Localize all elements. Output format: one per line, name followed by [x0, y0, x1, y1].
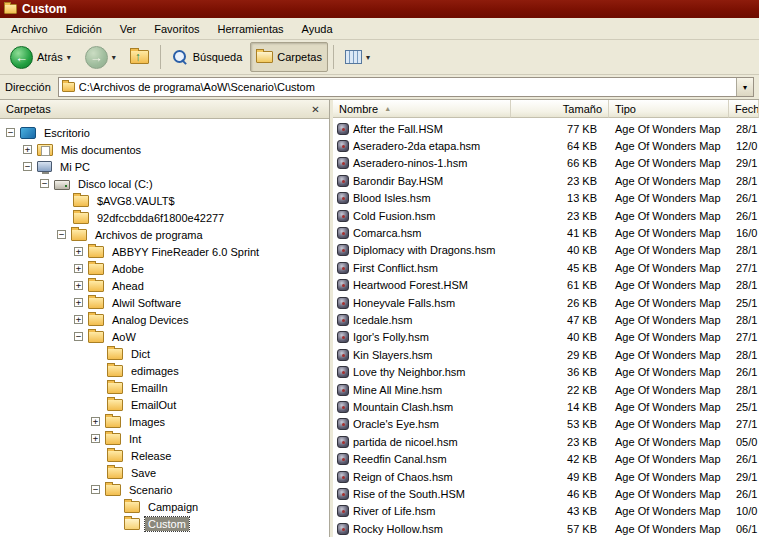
back-dropdown-icon[interactable]: ▾ [67, 53, 71, 62]
aow-map-file-icon [337, 210, 349, 222]
collapse-icon[interactable]: − [74, 332, 83, 341]
tree-item-escritorio[interactable]: −Escritorio [0, 124, 329, 141]
file-row-aseradero-2da-etapa-hsm[interactable]: Aseradero-2da etapa.hsm64 KBAge Of Wonde… [333, 137, 759, 154]
file-type: Age Of Wonders Map [609, 123, 729, 135]
drive-icon [54, 180, 70, 190]
file-row-after-the-fall-hsm[interactable]: After the Fall.HSM77 KBAge Of Wonders Ma… [333, 120, 759, 137]
file-type: Age Of Wonders Map [609, 349, 729, 361]
tree-item-abbyy-finereader-6-0-sprint[interactable]: +ABBYY FineReader 6.0 Sprint [0, 243, 329, 260]
tree-item-release[interactable]: Release [0, 447, 329, 464]
tree-item-custom[interactable]: Custom [0, 515, 329, 532]
tree-item-avg8-vault[interactable]: $AVG8.VAULT$ [0, 192, 329, 209]
tree-item-adobe[interactable]: +Adobe [0, 260, 329, 277]
collapse-icon[interactable]: − [23, 162, 32, 171]
file-row-reedfin-canal-hsm[interactable]: Reedfin Canal.hsm42 KBAge Of Wonders Map… [333, 450, 759, 467]
menu-ver[interactable]: Ver [111, 20, 146, 38]
expand-icon[interactable]: + [74, 298, 83, 307]
file-row-mine-all-mine-hsm[interactable]: Mine All Mine.hsm22 KBAge Of Wonders Map… [333, 381, 759, 398]
tree-item-ahead[interactable]: +Ahead [0, 277, 329, 294]
expand-icon[interactable]: + [74, 281, 83, 290]
column-header-fech[interactable]: Fech [729, 100, 759, 118]
file-row-first-conflict-hsm[interactable]: First Conflict.hsm45 KBAge Of Wonders Ma… [333, 259, 759, 276]
menu-ayuda[interactable]: Ayuda [293, 20, 342, 38]
file-row-aseradero-ninos-1-hsm[interactable]: Aseradero-ninos-1.hsm66 KBAge Of Wonders… [333, 155, 759, 172]
file-row-oracle-s-eye-hsm[interactable]: Oracle's Eye.hsm53 KBAge Of Wonders Map2… [333, 416, 759, 433]
tree-item-aow[interactable]: −AoW [0, 328, 329, 345]
folders-button[interactable]: Carpetas [250, 42, 328, 72]
file-row-honeyvale-falls-hsm[interactable]: Honeyvale Falls.hsm26 KBAge Of Wonders M… [333, 294, 759, 311]
column-header-tamano[interactable]: Tamaño [511, 100, 609, 118]
file-row-kin-slayers-hsm[interactable]: Kin Slayers.hsm29 KBAge Of Wonders Map28… [333, 346, 759, 363]
file-name: After the Fall.HSM [353, 123, 443, 135]
menu-favoritos[interactable]: Favoritos [145, 20, 208, 38]
file-row-blood-isles-hsm[interactable]: Blood Isles.hsm13 KBAge Of Wonders Map26… [333, 190, 759, 207]
tree-item-archivos-de-programa[interactable]: −Archivos de programa [0, 226, 329, 243]
file-row-mountain-clash-hsm[interactable]: Mountain Clash.hsm14 KBAge Of Wonders Ma… [333, 398, 759, 415]
column-header-nombre[interactable]: Nombre▲ [333, 100, 511, 118]
folder-icon [71, 229, 87, 241]
file-row-rise-of-the-south-hsm[interactable]: Rise of the South.HSM46 KBAge Of Wonders… [333, 485, 759, 502]
file-row-reign-of-chaos-hsm[interactable]: Reign of Chaos.hsm49 KBAge Of Wonders Ma… [333, 468, 759, 485]
tree-item-analog-devices[interactable]: +Analog Devices [0, 311, 329, 328]
tree-item-mis-documentos[interactable]: +Mis documentos [0, 141, 329, 158]
expand-icon[interactable]: + [74, 247, 83, 256]
address-label: Dirección [5, 81, 51, 93]
tree-item-92dfccbdda6f1800e42277[interactable]: 92dfccbdda6f1800e42277 [0, 209, 329, 226]
tree-item-int[interactable]: +Int [0, 430, 329, 447]
up-button[interactable]: ↑ [124, 42, 155, 72]
views-button[interactable]: ▾ [339, 42, 376, 72]
file-name-cell: River of Life.hsm [333, 505, 511, 517]
file-row-icedale-hsm[interactable]: Icedale.hsm47 KBAge Of Wonders Map28/1 [333, 311, 759, 328]
file-size: 40 KB [511, 244, 609, 256]
file-date: 26/1 [729, 488, 759, 500]
tree-item-save[interactable]: Save [0, 464, 329, 481]
collapse-icon[interactable]: − [40, 179, 49, 188]
file-row-river-of-life-hsm[interactable]: River of Life.hsm43 KBAge Of Wonders Map… [333, 503, 759, 520]
tree-item-dict[interactable]: Dict [0, 345, 329, 362]
column-header-tipo[interactable]: Tipo [609, 100, 729, 118]
menu-archivo[interactable]: Archivo [2, 20, 57, 38]
tree-item-emailout[interactable]: EmailOut [0, 396, 329, 413]
file-row-rocky-hollow-hsm[interactable]: Rocky Hollow.hsm57 KBAge Of Wonders Map0… [333, 520, 759, 537]
file-name-cell: Diplomacy with Dragons.hsm [333, 244, 511, 256]
aow-map-file-icon [337, 401, 349, 413]
collapse-icon[interactable]: − [6, 128, 15, 137]
tree-item-emailin[interactable]: EmailIn [0, 379, 329, 396]
expand-icon[interactable]: + [74, 264, 83, 273]
file-row-comarca-hsm[interactable]: Comarca.hsm41 KBAge Of Wonders Map16/0 [333, 224, 759, 241]
expand-icon[interactable]: + [91, 417, 100, 426]
aow-map-file-icon [337, 453, 349, 465]
tree-item-scenario[interactable]: −Scenario [0, 481, 329, 498]
expand-icon[interactable]: + [23, 145, 32, 154]
expand-icon[interactable]: + [91, 434, 100, 443]
file-row-love-thy-neighbor-hsm[interactable]: Love thy Neighbor.hsm36 KBAge Of Wonders… [333, 363, 759, 380]
file-row-diplomacy-with-dragons-hsm[interactable]: Diplomacy with Dragons.hsm40 KBAge Of Wo… [333, 242, 759, 259]
views-dropdown-icon[interactable]: ▾ [366, 53, 370, 62]
collapse-icon[interactable]: − [57, 230, 66, 239]
search-button[interactable]: Búsqueda [166, 42, 249, 72]
tree-item-label: Dict [128, 347, 153, 361]
file-row-heartwood-forest-hsm[interactable]: Heartwood Forest.HSM61 KBAge Of Wonders … [333, 277, 759, 294]
tree-item-campaign[interactable]: Campaign [0, 498, 329, 515]
tree-item-edimages[interactable]: edimages [0, 362, 329, 379]
folder-icon [88, 331, 104, 343]
back-button[interactable]: ← Atrás ▾ [4, 42, 77, 72]
address-dropdown-button[interactable]: ▾ [736, 78, 753, 96]
menu-herramientas[interactable]: Herramientas [209, 20, 293, 38]
expand-icon[interactable]: + [74, 315, 83, 324]
tree-item-alwil-software[interactable]: +Alwil Software [0, 294, 329, 311]
address-input[interactable]: C:\Archivos de programa\AoW\Scenario\Cus… [58, 77, 754, 97]
tree-item-disco-local-c[interactable]: −Disco local (C:) [0, 175, 329, 192]
file-row-partida-de-nicoel-hsm[interactable]: partida de nicoel.hsm23 KBAge Of Wonders… [333, 433, 759, 450]
collapse-icon[interactable]: − [91, 485, 100, 494]
close-folders-icon[interactable]: ✕ [308, 104, 323, 115]
window-title: Custom [22, 2, 67, 16]
aow-map-file-icon [337, 349, 349, 361]
tree-item-mi-pc[interactable]: −Mi PC [0, 158, 329, 175]
tree-item-images[interactable]: +Images [0, 413, 329, 430]
file-row-cold-fusion-hsm[interactable]: Cold Fusion.hsm23 KBAge Of Wonders Map26… [333, 207, 759, 224]
menu-edicion[interactable]: Edición [57, 20, 111, 38]
file-row-igor-s-folly-hsm[interactable]: Igor's Folly.hsm40 KBAge Of Wonders Map2… [333, 329, 759, 346]
file-row-barondir-bay-hsm[interactable]: Barondir Bay.HSM23 KBAge Of Wonders Map2… [333, 172, 759, 189]
forward-button[interactable]: → ▾ [79, 42, 122, 72]
